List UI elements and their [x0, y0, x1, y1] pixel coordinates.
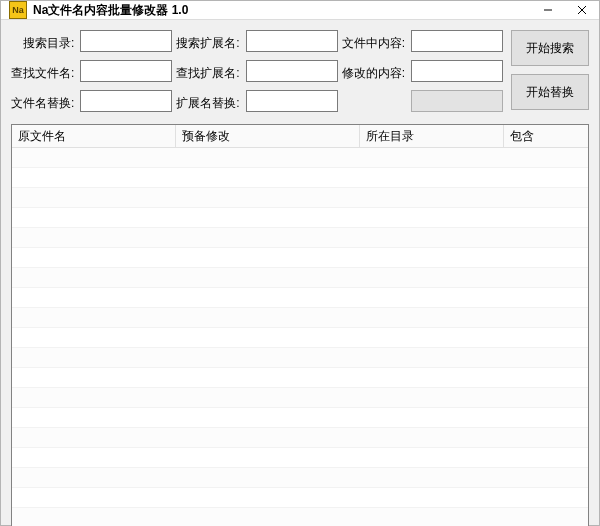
find-filename-label: 查找文件名: [11, 60, 76, 86]
table-row [12, 308, 588, 328]
table-row [12, 288, 588, 308]
replace-filename-input[interactable] [80, 90, 172, 112]
results-table: 原文件名 预备修改 所在目录 包含 [11, 124, 589, 526]
table-row [12, 468, 588, 488]
find-ext-input[interactable] [246, 60, 338, 82]
search-ext-label: 搜索扩展名: [176, 30, 241, 56]
form-area: 搜索目录: 搜索扩展名: 文件中内容: 查找文件名: 查找扩展名: 修改的内容:… [11, 30, 589, 124]
table-row [12, 268, 588, 288]
side-buttons: 开始搜索 开始替换 [511, 30, 589, 124]
file-content-input[interactable] [411, 30, 503, 52]
search-dir-input[interactable] [80, 30, 172, 52]
table-row [12, 408, 588, 428]
column-header-pending[interactable]: 预备修改 [176, 125, 360, 147]
table-row [12, 208, 588, 228]
table-header: 原文件名 预备修改 所在目录 包含 [12, 125, 588, 148]
modify-content-label: 修改的内容: [342, 60, 407, 86]
disabled-cell [411, 90, 503, 112]
table-row [12, 188, 588, 208]
close-button[interactable] [565, 1, 599, 19]
column-header-contains[interactable]: 包含 [504, 125, 588, 147]
find-filename-input[interactable] [80, 60, 172, 82]
modify-content-input[interactable] [411, 60, 503, 82]
table-row [12, 388, 588, 408]
search-ext-input[interactable] [246, 30, 338, 52]
minimize-button[interactable] [531, 1, 565, 19]
close-icon [577, 5, 587, 15]
table-row [12, 148, 588, 168]
window-controls [531, 1, 599, 19]
find-ext-label: 查找扩展名: [176, 60, 241, 86]
form-grid: 搜索目录: 搜索扩展名: 文件中内容: 查找文件名: 查找扩展名: 修改的内容:… [11, 30, 503, 116]
table-row [12, 168, 588, 188]
column-header-dir[interactable]: 所在目录 [360, 125, 504, 147]
titlebar: Na Na文件名内容批量修改器 1.0 [1, 1, 599, 20]
table-row [12, 228, 588, 248]
app-icon: Na [9, 1, 27, 19]
replace-ext-label: 扩展名替换: [176, 90, 241, 116]
minimize-icon [543, 5, 553, 15]
column-header-original[interactable]: 原文件名 [12, 125, 176, 147]
window-title: Na文件名内容批量修改器 1.0 [33, 2, 531, 19]
content-area: 搜索目录: 搜索扩展名: 文件中内容: 查找文件名: 查找扩展名: 修改的内容:… [1, 20, 599, 526]
start-search-button[interactable]: 开始搜索 [511, 30, 589, 66]
table-row [12, 448, 588, 468]
table-row [12, 248, 588, 268]
table-row [12, 508, 588, 526]
app-window: Na Na文件名内容批量修改器 1.0 搜索目录: 搜索扩展名: 文件中内容: [0, 0, 600, 526]
table-row [12, 328, 588, 348]
start-replace-button[interactable]: 开始替换 [511, 74, 589, 110]
search-dir-label: 搜索目录: [11, 30, 76, 56]
table-row [12, 368, 588, 388]
table-body[interactable] [12, 148, 588, 526]
table-row [12, 488, 588, 508]
empty-label-cell [342, 90, 407, 116]
replace-filename-label: 文件名替换: [11, 90, 76, 116]
file-content-label: 文件中内容: [342, 30, 407, 56]
replace-ext-input[interactable] [246, 90, 338, 112]
table-row [12, 428, 588, 448]
table-row [12, 348, 588, 368]
